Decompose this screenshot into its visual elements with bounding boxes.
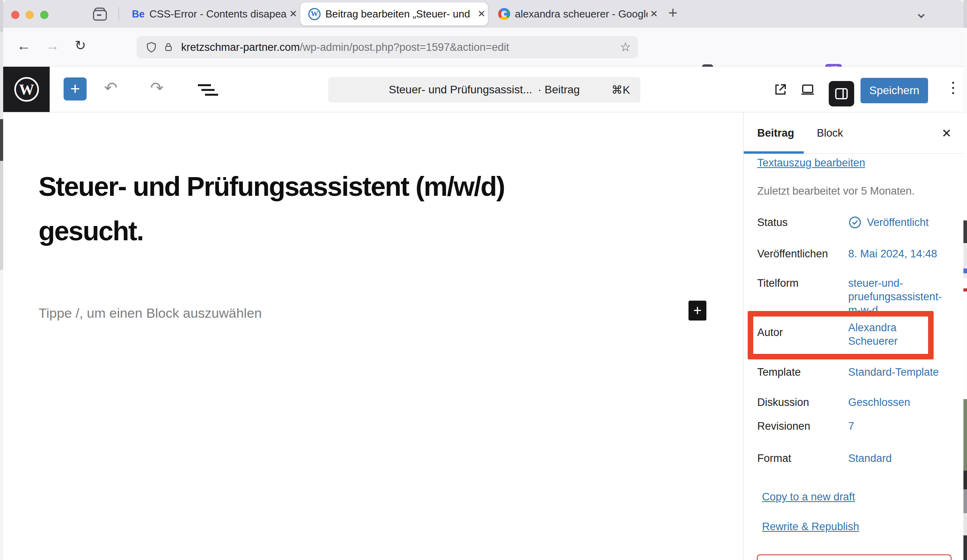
preview-device-icon[interactable]	[799, 82, 816, 99]
tab-beitrag[interactable]: Beitrag	[757, 112, 794, 154]
copy-to-new-draft-link[interactable]: Copy to a new draft	[762, 491, 855, 503]
tab-google-search[interactable]: alexandra scheuerer - Google S ✕	[490, 3, 660, 25]
add-block-button[interactable]: +	[689, 301, 706, 321]
screen: Be CSS-Error - Contents disapear, ✕ W Be…	[0, 0, 967, 560]
row-revisions: Revisionen 7	[757, 419, 952, 433]
background-window-right-edge	[963, 0, 967, 560]
edit-excerpt-link[interactable]: Textauszug bearbeiten	[757, 157, 865, 169]
tab-close-icon[interactable]: ✕	[475, 8, 488, 19]
view-post-external-link-icon[interactable]	[772, 82, 788, 99]
publish-date-value[interactable]: 8. Mai 2024, 14:48	[848, 247, 952, 261]
firefox-view-icon[interactable]	[92, 6, 108, 22]
command-center[interactable]: Steuer- und Prüfungsassist... · Beitrag …	[328, 77, 640, 102]
tab-title: Beitrag bearbeiten „Steuer- und	[325, 8, 475, 20]
author-value[interactable]: Alexandra Scheuerer	[848, 321, 918, 348]
browser-window: Be CSS-Error - Contents disapear, ✕ W Be…	[3, 0, 963, 560]
wordpress-logo[interactable]: W	[3, 67, 50, 112]
behance-favicon: Be	[132, 8, 145, 20]
tab-divider	[118, 7, 119, 21]
reload-button[interactable]: ↻	[75, 37, 86, 53]
tab-close-icon[interactable]: ✕	[648, 8, 660, 19]
svg-text:W: W	[19, 81, 34, 98]
redo-button[interactable]: ↷	[150, 79, 164, 97]
url-domain: kretzschmar-partner.com	[181, 41, 300, 53]
close-sidebar-icon[interactable]: ✕	[942, 112, 952, 154]
tab-css-error[interactable]: Be CSS-Error - Contents disapear, ✕	[122, 3, 300, 25]
sidebar-header: Beitrag Block ✕	[744, 112, 963, 154]
editor-content: Steuer- und Prüfungsassistent (m/w/d) ge…	[3, 112, 963, 560]
row-author: Autor Alexandra Scheuerer	[757, 321, 918, 348]
window-zoom-button[interactable]	[40, 11, 48, 19]
template-value[interactable]: Standard-Template	[848, 365, 952, 379]
navigation-toolbar: ← → ↻ kretzschmar-partner.com/wp-admin/p…	[3, 28, 963, 67]
row-discussion: Diskussion Geschlossen	[757, 396, 952, 409]
block-inserter-toggle-button[interactable]: +	[64, 77, 87, 100]
row-status: Status Veröffentlicht	[757, 216, 952, 229]
settings-sidebar-toggle-button[interactable]	[829, 81, 854, 106]
move-to-trash-button[interactable]	[757, 554, 952, 560]
editor-toolbar: W + ↶ ↷ Steuer- und Prüfungsassist... · …	[3, 67, 963, 112]
bookmark-star-icon[interactable]: ☆	[620, 40, 631, 54]
last-edited-text: Zuletzt bearbeitet vor 5 Monaten.	[757, 185, 915, 197]
background-window-left-edge	[0, 0, 3, 560]
shield-icon[interactable]	[145, 41, 157, 54]
undo-button[interactable]: ↶	[104, 79, 118, 97]
address-bar[interactable]: kretzschmar-partner.com/wp-admin/post.ph…	[137, 36, 638, 58]
options-kebab-icon[interactable]: ⋮	[946, 79, 961, 96]
tab-title: CSS-Error - Contents disapear,	[149, 8, 287, 20]
rewrite-republish-link[interactable]: Rewrite & Republish	[762, 521, 859, 533]
row-template: Template Standard-Template	[757, 365, 952, 379]
tab-list-chevron-icon[interactable]: ⌄	[915, 3, 928, 21]
block-placeholder[interactable]: Tippe /, um einen Block auszuwählen	[39, 305, 262, 321]
settings-sidebar: Beitrag Block ✕ Textauszug bearbeiten Zu…	[743, 112, 963, 560]
document-type: · Beitrag	[538, 83, 580, 96]
url-path: /wp-admin/post.php?post=1597&action=edit	[300, 41, 509, 53]
format-value[interactable]: Standard	[848, 452, 952, 465]
tab-beitrag-bearbeiten[interactable]: W Beitrag bearbeiten „Steuer- und ✕	[300, 2, 488, 25]
forward-button[interactable]: →	[45, 37, 60, 54]
tab-title: alexandra scheuerer - Google S	[515, 8, 648, 20]
row-publish-date: Veröffentlichen 8. Mai 2024, 14:48	[757, 247, 952, 261]
tab-block[interactable]: Block	[817, 112, 843, 154]
published-check-icon	[848, 216, 862, 229]
status-value[interactable]: Veröffentlicht	[867, 216, 929, 229]
new-tab-button[interactable]: +	[668, 4, 677, 22]
back-button[interactable]: ←	[17, 37, 31, 54]
command-shortcut: ⌘K	[611, 83, 630, 97]
revisions-value[interactable]: 7	[848, 419, 952, 433]
row-format: Format Standard	[757, 452, 952, 465]
lock-icon	[163, 41, 174, 54]
active-tab-underline	[744, 151, 804, 154]
wordpress-favicon: W	[308, 8, 321, 20]
url-text[interactable]: kretzschmar-partner.com/wp-admin/post.ph…	[181, 41, 509, 54]
document-overview-button[interactable]	[198, 84, 218, 98]
document-title: Steuer- und Prüfungsassist...	[389, 83, 532, 96]
post-title[interactable]: Steuer- und Prüfungsassistent (m/w/d) ge…	[39, 164, 507, 253]
window-close-button[interactable]	[11, 11, 19, 19]
tab-close-icon[interactable]: ✕	[287, 8, 300, 19]
window-minimize-button[interactable]	[25, 11, 34, 19]
google-favicon	[498, 8, 510, 20]
tab-bar: Be CSS-Error - Contents disapear, ✕ W Be…	[3, 0, 963, 28]
discussion-value[interactable]: Geschlossen	[848, 396, 952, 409]
save-button[interactable]: Speichern	[861, 78, 928, 103]
